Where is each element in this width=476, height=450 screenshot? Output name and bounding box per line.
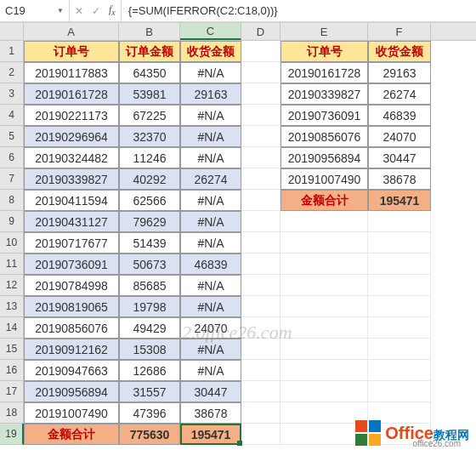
empty-cell[interactable] xyxy=(280,360,368,381)
cell-recv-amt[interactable]: #N/A xyxy=(180,190,241,211)
empty-cell[interactable] xyxy=(241,339,280,360)
cell-order-id[interactable]: 20190411594 xyxy=(24,190,119,211)
cell-order-id[interactable]: 20190161728 xyxy=(24,83,119,105)
cell-order-amt[interactable]: 50673 xyxy=(119,253,180,275)
empty-cell[interactable] xyxy=(368,317,431,339)
row-header[interactable]: 18 xyxy=(0,402,24,424)
row-header[interactable]: 17 xyxy=(0,381,24,402)
empty-cell[interactable] xyxy=(280,253,368,275)
empty-cell[interactable] xyxy=(241,424,280,445)
cell-recv-amt[interactable]: #N/A xyxy=(180,360,241,381)
col-header-a[interactable]: A xyxy=(24,23,119,40)
table-header[interactable]: 订单金额 xyxy=(119,41,180,62)
col-header-f[interactable]: F xyxy=(368,23,431,40)
empty-cell[interactable] xyxy=(241,211,280,232)
cell-order-amt[interactable]: 53981 xyxy=(119,83,180,105)
cell-recv-amt[interactable]: 24070 xyxy=(180,317,241,339)
row-header[interactable]: 16 xyxy=(0,360,24,381)
table-header[interactable]: 订单号 xyxy=(24,41,119,62)
empty-cell[interactable] xyxy=(241,360,280,381)
empty-cell[interactable] xyxy=(241,317,280,339)
row-header[interactable]: 6 xyxy=(0,147,24,168)
cell-recv-amt[interactable]: 46839 xyxy=(368,105,431,126)
row-header[interactable]: 19 xyxy=(0,424,24,445)
cell-recv-amt[interactable]: 29163 xyxy=(180,83,241,105)
cell-order-id[interactable]: 20190431127 xyxy=(24,211,119,232)
cell-recv-amt[interactable]: 38678 xyxy=(180,402,241,424)
row-header[interactable]: 8 xyxy=(0,190,24,211)
empty-cell[interactable] xyxy=(241,402,280,424)
cell-order-id[interactable]: 20190339827 xyxy=(24,168,119,190)
row-header[interactable]: 2 xyxy=(0,62,24,83)
empty-cell[interactable] xyxy=(241,62,280,83)
select-all-corner[interactable] xyxy=(0,23,24,40)
cell-order-id[interactable]: 20190736091 xyxy=(24,253,119,275)
cell-order-id[interactable]: 20190819065 xyxy=(24,296,119,317)
row-header[interactable]: 7 xyxy=(0,168,24,190)
cell-order-id[interactable]: 20190117883 xyxy=(24,62,119,83)
cell-recv-amt[interactable]: 30447 xyxy=(368,147,431,168)
cell-order-amt[interactable]: 40292 xyxy=(119,168,180,190)
cell-order-id[interactable]: 20190161728 xyxy=(280,62,368,83)
cell-recv-amt[interactable]: #N/A xyxy=(180,147,241,168)
cell-order-amt[interactable]: 49429 xyxy=(119,317,180,339)
row-header[interactable]: 15 xyxy=(0,339,24,360)
cell-order-id[interactable]: 20190856076 xyxy=(24,317,119,339)
enter-icon[interactable]: ✓ xyxy=(92,6,100,16)
col-header-d[interactable]: D xyxy=(241,23,280,40)
empty-cell[interactable] xyxy=(241,168,280,190)
empty-cell[interactable] xyxy=(280,317,368,339)
fx-icon[interactable]: fx xyxy=(109,4,116,17)
cell-recv-amt[interactable]: 29163 xyxy=(368,62,431,83)
empty-cell[interactable] xyxy=(368,253,431,275)
cell-order-id[interactable]: 20190784998 xyxy=(24,275,119,296)
cell-recv-amt[interactable]: 24070 xyxy=(368,126,431,147)
cell-recv-amt[interactable]: #N/A xyxy=(180,339,241,360)
empty-cell[interactable] xyxy=(241,105,280,126)
col-header-b[interactable]: B xyxy=(119,23,180,40)
empty-cell[interactable] xyxy=(241,232,280,253)
cell-order-amt[interactable]: 31557 xyxy=(119,381,180,402)
cell-recv-amt[interactable]: #N/A xyxy=(180,105,241,126)
row-header[interactable]: 5 xyxy=(0,126,24,147)
row-header[interactable]: 4 xyxy=(0,105,24,126)
cell-recv-amt[interactable]: 38678 xyxy=(368,168,431,190)
col-header-c[interactable]: C xyxy=(180,23,241,40)
cell-order-amt[interactable]: 47396 xyxy=(119,402,180,424)
cell-order-id[interactable]: 20191007490 xyxy=(280,168,368,190)
cell-order-amt[interactable]: 12686 xyxy=(119,360,180,381)
row-header[interactable]: 9 xyxy=(0,211,24,232)
empty-cell[interactable] xyxy=(368,339,431,360)
empty-cell[interactable] xyxy=(368,211,431,232)
cell-order-id[interactable]: 20190221173 xyxy=(24,105,119,126)
cell-recv-amt[interactable]: 26274 xyxy=(368,83,431,105)
cancel-icon[interactable]: ✕ xyxy=(75,6,83,16)
empty-cell[interactable] xyxy=(368,275,431,296)
cell-order-amt[interactable]: 32370 xyxy=(119,126,180,147)
empty-cell[interactable] xyxy=(368,360,431,381)
table-header[interactable]: 收货金额 xyxy=(368,41,431,62)
empty-cell[interactable] xyxy=(280,381,368,402)
cell-order-amt[interactable]: 19798 xyxy=(119,296,180,317)
col-header-e[interactable]: E xyxy=(280,23,368,40)
cell-order-amt[interactable]: 62566 xyxy=(119,190,180,211)
table-header[interactable]: 订单号 xyxy=(280,41,368,62)
cell-order-amt[interactable]: 15308 xyxy=(119,339,180,360)
cell-order-id[interactable]: 20190956894 xyxy=(24,381,119,402)
empty-cell[interactable] xyxy=(280,232,368,253)
cell-order-id[interactable]: 20190717677 xyxy=(24,232,119,253)
sum-label[interactable]: 金额合计 xyxy=(24,424,119,445)
cell-order-id[interactable]: 20190736091 xyxy=(280,105,368,126)
row-header[interactable]: 12 xyxy=(0,275,24,296)
cell-recv-amt[interactable]: #N/A xyxy=(180,126,241,147)
cell-recv-amt[interactable]: 30447 xyxy=(180,381,241,402)
cell-order-id[interactable]: 20190856076 xyxy=(280,126,368,147)
cell-order-amt[interactable]: 85685 xyxy=(119,275,180,296)
chevron-down-icon[interactable]: ▼ xyxy=(57,7,64,14)
table-header[interactable]: 收货金额 xyxy=(180,41,241,62)
empty-cell[interactable] xyxy=(241,190,280,211)
cell-order-id[interactable]: 20190912162 xyxy=(24,339,119,360)
cell-order-amt[interactable]: 64350 xyxy=(119,62,180,83)
formula-input[interactable]: {=SUM(IFERROR(C2:C18,0))} xyxy=(122,4,476,17)
cell-recv-amt[interactable]: #N/A xyxy=(180,62,241,83)
